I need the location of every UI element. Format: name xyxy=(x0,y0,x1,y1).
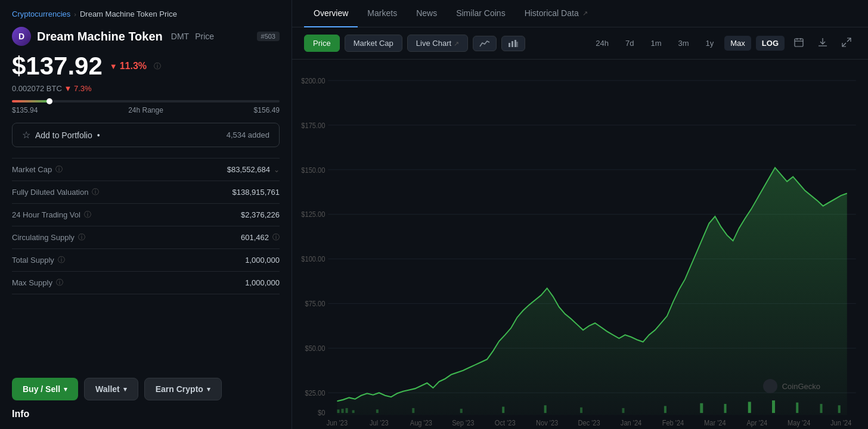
coin-rank: #503 xyxy=(257,32,280,41)
svg-text:Aug '23: Aug '23 xyxy=(410,418,432,427)
earn-crypto-button[interactable]: Earn Crypto ▾ xyxy=(144,378,222,400)
svg-line-10 xyxy=(847,38,851,42)
chart-type-market-cap-button[interactable]: Market Cap xyxy=(345,35,402,52)
time-3m-button[interactable]: 3m xyxy=(672,36,695,51)
svg-rect-57 xyxy=(772,400,775,413)
market-cap-info-icon[interactable]: ⓘ xyxy=(55,164,63,175)
tab-overview[interactable]: Overview xyxy=(304,0,358,27)
range-high: $156.49 xyxy=(254,106,280,114)
circ-supply-info2-icon[interactable]: ⓘ xyxy=(272,232,280,243)
time-log-button[interactable]: LOG xyxy=(756,36,785,51)
calendar-icon-button[interactable] xyxy=(789,35,808,52)
tab-similar-coins[interactable]: Similar Coins xyxy=(447,0,514,27)
chart-area[interactable]: $200.00 $175.00 $150.00 $125.00 $100.00 … xyxy=(292,60,868,429)
volume-info-icon[interactable]: ⓘ xyxy=(84,210,91,220)
svg-rect-52 xyxy=(622,408,624,413)
market-cap-expand-icon[interactable]: ⌄ xyxy=(274,166,280,174)
add-portfolio-button[interactable]: ☆ Add to Portfolio • 4,534 added xyxy=(12,123,280,147)
tab-historical-data[interactable]: Historical Data ↗ xyxy=(515,0,597,27)
svg-rect-43 xyxy=(342,409,344,413)
svg-rect-50 xyxy=(544,405,547,413)
portfolio-label: Add to Portfolio xyxy=(35,130,92,140)
tab-markets[interactable]: Markets xyxy=(358,0,407,27)
download-icon-button[interactable] xyxy=(813,35,832,52)
breadcrumb-parent[interactable]: Cryptocurrencies xyxy=(12,10,70,18)
range-low: $135.94 xyxy=(12,106,38,114)
stats-value-market-cap: $83,552,684 ⌄ xyxy=(227,165,280,174)
tab-news[interactable]: News xyxy=(407,0,447,27)
breadcrumb: Cryptocurrencies › Dream Machine Token P… xyxy=(12,10,280,18)
coingecko-logo xyxy=(763,379,777,393)
stats-label-fdv: Fully Diluted Valuation ⓘ xyxy=(12,187,99,197)
svg-rect-47 xyxy=(412,408,414,413)
earn-crypto-chevron-icon: ▾ xyxy=(207,386,210,393)
buy-sell-button[interactable]: Buy / Sell ▾ xyxy=(12,378,78,400)
tab-nav: Overview Markets News Similar Coins Hist… xyxy=(292,0,868,27)
svg-text:Dec '23: Dec '23 xyxy=(578,418,600,427)
chart-line-icon-button[interactable] xyxy=(473,36,497,51)
svg-text:Apr '24: Apr '24 xyxy=(746,418,767,427)
wallet-label: Wallet xyxy=(95,384,120,394)
buy-sell-label: Buy / Sell xyxy=(23,384,60,394)
coin-symbol: DMT xyxy=(171,32,189,41)
star-icon: ☆ xyxy=(22,129,30,141)
fdv-info-icon[interactable]: ⓘ xyxy=(92,187,99,197)
price-info-icon[interactable]: ⓘ xyxy=(154,61,161,72)
line-chart-icon xyxy=(479,39,490,48)
circ-supply-info-icon[interactable]: ⓘ xyxy=(78,232,85,243)
wallet-button[interactable]: Wallet ▾ xyxy=(84,378,138,400)
earn-crypto-label: Earn Crypto xyxy=(156,384,203,394)
chart-controls: Price Market Cap Live Chart ↗ 24h 7d 1m … xyxy=(292,27,868,60)
svg-rect-49 xyxy=(502,407,504,414)
range-bar-container: $135.94 24h Range $156.49 xyxy=(12,100,280,114)
time-max-button[interactable]: Max xyxy=(724,36,751,51)
svg-text:$175.00: $175.00 xyxy=(301,121,325,130)
chart-bar-icon-button[interactable] xyxy=(501,36,525,51)
bottom-buttons: Buy / Sell ▾ Wallet ▾ Earn Crypto ▾ xyxy=(12,368,280,400)
time-24h-button[interactable]: 24h xyxy=(590,36,615,51)
price-change-arrow: ▼ xyxy=(110,62,117,71)
stats-value-circ-supply: 601,462 ⓘ xyxy=(241,232,280,243)
expand-icon-button[interactable] xyxy=(837,35,856,52)
wallet-chevron-icon: ▾ xyxy=(123,386,127,393)
chart-type-live-chart-button[interactable]: Live Chart ↗ xyxy=(407,35,468,52)
total-supply-info-icon[interactable]: ⓘ xyxy=(58,255,65,265)
svg-rect-4 xyxy=(795,39,803,46)
svg-text:Oct '23: Oct '23 xyxy=(495,418,516,427)
stats-row-market-cap: Market Cap ⓘ $83,552,684 ⌄ xyxy=(12,158,280,181)
svg-rect-1 xyxy=(512,41,513,47)
stats-value-total-supply: 1,000,000 xyxy=(245,256,280,265)
price-change-pct: 11.3% xyxy=(120,61,147,72)
chart-type-price-button[interactable]: Price xyxy=(304,35,340,52)
svg-text:May '24: May '24 xyxy=(788,418,811,427)
svg-text:Jun '23: Jun '23 xyxy=(327,418,348,427)
time-1m-button[interactable]: 1m xyxy=(644,36,667,51)
range-label: 24h Range xyxy=(128,106,163,114)
coingecko-label: CoinGecko xyxy=(782,382,820,391)
max-supply-info-icon[interactable]: ⓘ xyxy=(56,278,63,288)
svg-text:Feb '24: Feb '24 xyxy=(662,418,684,427)
svg-rect-45 xyxy=(352,410,355,413)
stats-value-fdv: $138,915,761 xyxy=(232,188,280,197)
time-7d-button[interactable]: 7d xyxy=(619,36,640,51)
stats-row-fdv: Fully Diluted Valuation ⓘ $138,915,761 xyxy=(12,181,280,204)
svg-rect-59 xyxy=(820,404,823,413)
coin-name: Dream Machine Token xyxy=(37,30,163,43)
stats-label-max-supply: Max Supply ⓘ xyxy=(12,278,63,288)
coingecko-watermark: CoinGecko xyxy=(763,379,820,393)
info-section-title: Info xyxy=(12,400,280,419)
svg-rect-44 xyxy=(346,408,348,413)
svg-rect-58 xyxy=(796,403,798,414)
svg-text:$0: $0 xyxy=(318,408,326,417)
svg-rect-51 xyxy=(580,408,582,413)
svg-rect-2 xyxy=(514,40,516,47)
time-1y-button[interactable]: 1y xyxy=(700,36,720,51)
chart-fill-area xyxy=(337,167,847,415)
svg-rect-56 xyxy=(748,402,751,413)
price-block: $137.92 ▼ 11.3% ⓘ xyxy=(12,52,280,80)
calendar-icon xyxy=(794,38,804,47)
coin-logo: D xyxy=(12,27,31,46)
coin-header: D Dream Machine Token DMT Price #503 xyxy=(12,27,280,46)
svg-text:Sep '23: Sep '23 xyxy=(452,418,474,427)
stats-row-circ-supply: Circulating Supply ⓘ 601,462 ⓘ xyxy=(12,226,280,249)
